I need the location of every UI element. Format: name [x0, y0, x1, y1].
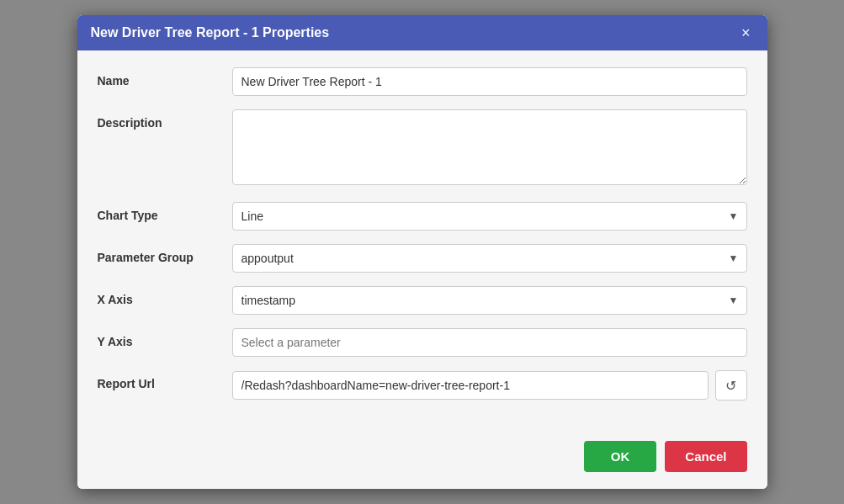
parameter-group-row: Parameter Group appoutput — [98, 244, 747, 273]
dialog-header: New Driver Tree Report - 1 Properties × — [77, 15, 767, 50]
y-axis-input[interactable] — [232, 328, 747, 357]
description-control — [232, 109, 747, 188]
parameter-group-label: Parameter Group — [98, 244, 232, 264]
parameter-group-control: appoutput — [232, 244, 747, 273]
chart-type-control: Line Bar Pie — [232, 202, 747, 231]
name-control — [232, 67, 747, 96]
report-url-input[interactable] — [232, 371, 709, 400]
x-axis-control: timestamp — [232, 286, 747, 315]
report-url-label: Report Url — [98, 370, 232, 390]
name-input[interactable] — [232, 67, 747, 96]
report-url-control: ↺ — [232, 370, 747, 401]
name-row: Name — [98, 67, 747, 96]
x-axis-row: X Axis timestamp — [98, 286, 747, 315]
y-axis-row: Y Axis — [98, 328, 747, 357]
cancel-button[interactable]: Cancel — [665, 441, 746, 472]
close-button[interactable]: × — [738, 25, 754, 40]
report-url-row: Report Url ↺ — [98, 370, 747, 401]
x-axis-select-wrapper: timestamp — [232, 286, 747, 315]
x-axis-label: X Axis — [98, 286, 232, 306]
description-label: Description — [98, 109, 232, 130]
dialog-title: New Driver Tree Report - 1 Properties — [91, 25, 330, 40]
x-axis-select[interactable]: timestamp — [232, 286, 747, 315]
parameter-group-select-wrapper: appoutput — [232, 244, 747, 273]
dialog: New Driver Tree Report - 1 Properties × … — [77, 15, 767, 489]
report-url-wrap: ↺ — [232, 370, 747, 401]
y-axis-label: Y Axis — [98, 328, 232, 348]
chart-type-label: Chart Type — [98, 202, 232, 222]
chart-type-row: Chart Type Line Bar Pie — [98, 202, 747, 231]
name-label: Name — [98, 67, 232, 88]
description-row: Description — [98, 109, 747, 188]
description-textarea[interactable] — [232, 109, 747, 185]
chart-type-select[interactable]: Line Bar Pie — [232, 202, 747, 231]
dialog-body: Name Description Chart Type Line Bar Pie — [77, 50, 767, 431]
parameter-group-select[interactable]: appoutput — [232, 244, 747, 273]
refresh-icon: ↺ — [725, 378, 736, 394]
dialog-footer: OK Cancel — [77, 431, 767, 489]
chart-type-select-wrapper: Line Bar Pie — [232, 202, 747, 231]
refresh-button[interactable]: ↺ — [715, 370, 747, 401]
ok-button[interactable]: OK — [584, 441, 657, 472]
y-axis-control — [232, 328, 747, 357]
